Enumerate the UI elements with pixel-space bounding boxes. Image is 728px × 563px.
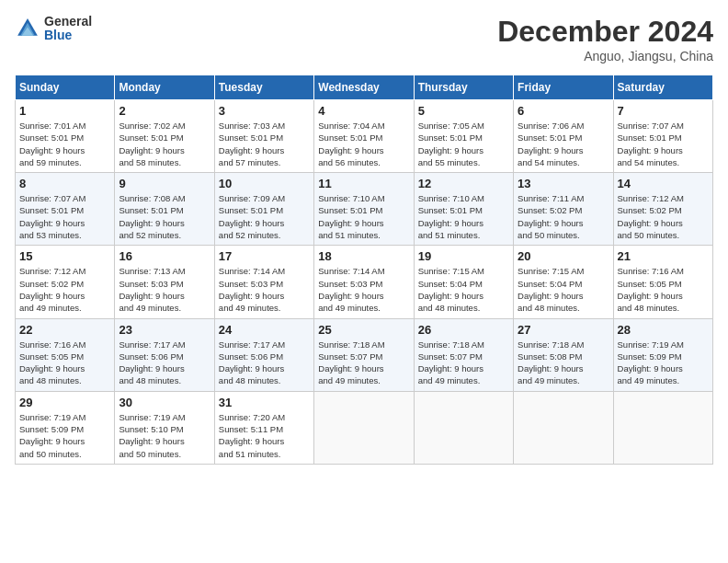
day-number: 13 — [518, 177, 609, 190]
day-info: Sunrise: 7:12 AM Sunset: 5:02 PM Dayligh… — [618, 192, 709, 241]
day-info: Sunrise: 7:14 AM Sunset: 5:03 PM Dayligh… — [219, 265, 310, 314]
weekday-header-thursday: Thursday — [414, 75, 513, 100]
calendar-cell: 31Sunrise: 7:20 AM Sunset: 5:11 PM Dayli… — [214, 391, 313, 464]
calendar-cell — [414, 391, 513, 464]
logo: General Blue — [15, 15, 92, 43]
day-info: Sunrise: 7:01 AM Sunset: 5:01 PM Dayligh… — [19, 120, 110, 168]
calendar-cell: 1Sunrise: 7:01 AM Sunset: 5:01 PM Daylig… — [16, 100, 115, 173]
day-number: 16 — [119, 249, 210, 263]
day-info: Sunrise: 7:18 AM Sunset: 5:07 PM Dayligh… — [318, 339, 409, 387]
calendar-cell: 13Sunrise: 7:11 AM Sunset: 5:02 PM Dayli… — [514, 173, 613, 246]
calendar-week-row: 29Sunrise: 7:19 AM Sunset: 5:09 PM Dayli… — [16, 391, 713, 464]
day-number: 25 — [318, 323, 409, 337]
day-info: Sunrise: 7:10 AM Sunset: 5:01 PM Dayligh… — [318, 192, 409, 241]
calendar-cell: 21Sunrise: 7:16 AM Sunset: 5:05 PM Dayli… — [613, 246, 712, 318]
calendar-cell: 9Sunrise: 7:08 AM Sunset: 5:01 PM Daylig… — [115, 173, 214, 246]
calendar-cell: 20Sunrise: 7:15 AM Sunset: 5:04 PM Dayli… — [514, 246, 613, 318]
day-number: 28 — [618, 323, 709, 337]
day-info: Sunrise: 7:10 AM Sunset: 5:01 PM Dayligh… — [418, 192, 509, 241]
day-info: Sunrise: 7:02 AM Sunset: 5:01 PM Dayligh… — [119, 120, 210, 168]
day-number: 18 — [318, 249, 409, 263]
day-number: 26 — [418, 323, 509, 337]
weekday-header-sunday: Sunday — [16, 75, 115, 100]
day-info: Sunrise: 7:07 AM Sunset: 5:01 PM Dayligh… — [618, 120, 709, 168]
calendar-week-row: 8Sunrise: 7:07 AM Sunset: 5:01 PM Daylig… — [16, 173, 713, 246]
calendar-cell: 8Sunrise: 7:07 AM Sunset: 5:01 PM Daylig… — [16, 173, 115, 246]
day-info: Sunrise: 7:18 AM Sunset: 5:07 PM Dayligh… — [418, 339, 509, 387]
calendar-cell: 16Sunrise: 7:13 AM Sunset: 5:03 PM Dayli… — [115, 246, 214, 318]
day-number: 8 — [19, 177, 110, 190]
calendar-cell — [613, 391, 712, 464]
day-info: Sunrise: 7:17 AM Sunset: 5:06 PM Dayligh… — [219, 339, 310, 387]
day-info: Sunrise: 7:19 AM Sunset: 5:09 PM Dayligh… — [618, 339, 709, 387]
day-number: 14 — [618, 177, 709, 190]
calendar-cell: 24Sunrise: 7:17 AM Sunset: 5:06 PM Dayli… — [214, 318, 313, 391]
day-info: Sunrise: 7:14 AM Sunset: 5:03 PM Dayligh… — [318, 265, 409, 314]
weekday-header-friday: Friday — [514, 75, 613, 100]
calendar-week-row: 22Sunrise: 7:16 AM Sunset: 5:05 PM Dayli… — [16, 318, 713, 391]
calendar-cell: 22Sunrise: 7:16 AM Sunset: 5:05 PM Dayli… — [16, 318, 115, 391]
month-title: December 2024 — [497, 15, 713, 49]
calendar-week-row: 15Sunrise: 7:12 AM Sunset: 5:02 PM Dayli… — [16, 246, 713, 318]
calendar-cell: 4Sunrise: 7:04 AM Sunset: 5:01 PM Daylig… — [314, 100, 414, 173]
day-number: 30 — [119, 396, 210, 409]
day-info: Sunrise: 7:08 AM Sunset: 5:01 PM Dayligh… — [119, 192, 210, 241]
day-number: 15 — [19, 249, 110, 263]
calendar-cell: 25Sunrise: 7:18 AM Sunset: 5:07 PM Dayli… — [314, 318, 414, 391]
day-number: 19 — [418, 249, 509, 263]
title-block: December 2024 Anguo, Jiangsu, China — [497, 15, 713, 63]
logo-icon — [15, 16, 40, 41]
calendar-cell: 15Sunrise: 7:12 AM Sunset: 5:02 PM Dayli… — [16, 246, 115, 318]
day-number: 23 — [119, 323, 210, 337]
calendar-cell: 12Sunrise: 7:10 AM Sunset: 5:01 PM Dayli… — [414, 173, 513, 246]
day-number: 1 — [19, 104, 110, 118]
day-info: Sunrise: 7:15 AM Sunset: 5:04 PM Dayligh… — [518, 265, 609, 314]
calendar-cell: 19Sunrise: 7:15 AM Sunset: 5:04 PM Dayli… — [414, 246, 513, 318]
day-info: Sunrise: 7:20 AM Sunset: 5:11 PM Dayligh… — [219, 411, 310, 460]
weekday-header-row: SundayMondayTuesdayWednesdayThursdayFrid… — [16, 75, 713, 100]
day-number: 22 — [19, 323, 110, 337]
logo-general-text: General — [44, 15, 92, 29]
day-number: 10 — [219, 177, 310, 190]
day-number: 11 — [318, 177, 409, 190]
day-number: 9 — [119, 177, 210, 190]
calendar-cell: 11Sunrise: 7:10 AM Sunset: 5:01 PM Dayli… — [314, 173, 414, 246]
calendar-cell: 7Sunrise: 7:07 AM Sunset: 5:01 PM Daylig… — [613, 100, 712, 173]
day-info: Sunrise: 7:04 AM Sunset: 5:01 PM Dayligh… — [318, 120, 409, 168]
day-info: Sunrise: 7:09 AM Sunset: 5:01 PM Dayligh… — [219, 192, 310, 241]
calendar-cell: 6Sunrise: 7:06 AM Sunset: 5:01 PM Daylig… — [514, 100, 613, 173]
day-number: 6 — [518, 104, 609, 118]
calendar-cell — [514, 391, 613, 464]
day-number: 29 — [19, 396, 110, 409]
calendar-cell: 29Sunrise: 7:19 AM Sunset: 5:09 PM Dayli… — [16, 391, 115, 464]
day-info: Sunrise: 7:06 AM Sunset: 5:01 PM Dayligh… — [518, 120, 609, 168]
calendar-cell: 17Sunrise: 7:14 AM Sunset: 5:03 PM Dayli… — [214, 246, 313, 318]
day-number: 5 — [418, 104, 509, 118]
calendar-cell: 2Sunrise: 7:02 AM Sunset: 5:01 PM Daylig… — [115, 100, 214, 173]
weekday-header-tuesday: Tuesday — [214, 75, 313, 100]
day-number: 31 — [219, 396, 310, 409]
logo-text: General Blue — [44, 15, 92, 43]
day-info: Sunrise: 7:16 AM Sunset: 5:05 PM Dayligh… — [19, 339, 110, 387]
day-number: 17 — [219, 249, 310, 263]
calendar-cell: 3Sunrise: 7:03 AM Sunset: 5:01 PM Daylig… — [214, 100, 313, 173]
day-number: 2 — [119, 104, 210, 118]
day-number: 27 — [518, 323, 609, 337]
day-info: Sunrise: 7:15 AM Sunset: 5:04 PM Dayligh… — [418, 265, 509, 314]
calendar-cell: 23Sunrise: 7:17 AM Sunset: 5:06 PM Dayli… — [115, 318, 214, 391]
day-info: Sunrise: 7:19 AM Sunset: 5:10 PM Dayligh… — [119, 411, 210, 460]
day-info: Sunrise: 7:03 AM Sunset: 5:01 PM Dayligh… — [219, 120, 310, 168]
weekday-header-wednesday: Wednesday — [314, 75, 414, 100]
weekday-header-saturday: Saturday — [613, 75, 712, 100]
calendar-cell — [314, 391, 414, 464]
day-info: Sunrise: 7:12 AM Sunset: 5:02 PM Dayligh… — [19, 265, 110, 314]
calendar-cell: 18Sunrise: 7:14 AM Sunset: 5:03 PM Dayli… — [314, 246, 414, 318]
day-info: Sunrise: 7:19 AM Sunset: 5:09 PM Dayligh… — [19, 411, 110, 460]
calendar-cell: 26Sunrise: 7:18 AM Sunset: 5:07 PM Dayli… — [414, 318, 513, 391]
day-number: 20 — [518, 249, 609, 263]
day-number: 7 — [618, 104, 709, 118]
calendar-cell: 5Sunrise: 7:05 AM Sunset: 5:01 PM Daylig… — [414, 100, 513, 173]
day-number: 21 — [618, 249, 709, 263]
calendar-cell: 30Sunrise: 7:19 AM Sunset: 5:10 PM Dayli… — [115, 391, 214, 464]
day-number: 24 — [219, 323, 310, 337]
